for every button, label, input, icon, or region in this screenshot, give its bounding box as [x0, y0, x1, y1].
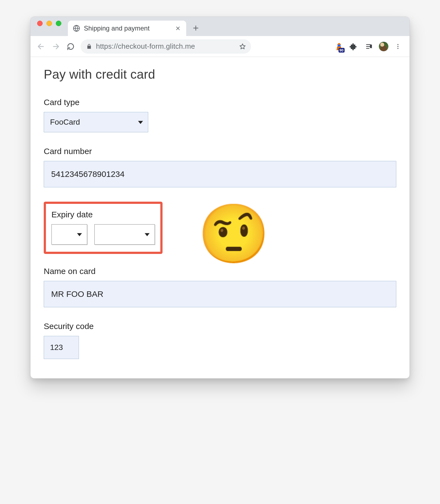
lighthouse-score-badge: 90 — [339, 48, 345, 53]
card-number-label: Card number — [44, 147, 396, 156]
browser-tab[interactable]: Shipping and payment — [68, 21, 186, 36]
name-on-card-field: Name on card MR FOO BAR — [44, 267, 396, 307]
card-type-select[interactable]: FooCard — [44, 112, 148, 132]
forward-button[interactable] — [49, 40, 62, 53]
card-type-value: FooCard — [50, 118, 80, 127]
bookmark-star-icon[interactable] — [239, 43, 246, 50]
window-zoom-button[interactable] — [56, 21, 61, 26]
browser-toolbar: https://checkout-form.glitch.me 90 — [31, 36, 409, 57]
expiry-month-select[interactable] — [51, 224, 87, 245]
card-number-field: Card number 5412345678901234 — [44, 147, 396, 187]
svg-point-4 — [397, 48, 398, 49]
security-code-field: Security code 123 — [44, 322, 396, 359]
lighthouse-extension-icon[interactable]: 90 — [334, 42, 344, 51]
svg-rect-1 — [338, 45, 341, 46]
tab-title: Shipping and payment — [84, 24, 150, 32]
name-on-card-label: Name on card — [44, 267, 396, 276]
window-controls — [37, 17, 61, 36]
raised-eyebrow-emoji: 🤨 — [198, 205, 270, 263]
window-close-button[interactable] — [37, 21, 43, 26]
name-on-card-input[interactable]: MR FOO BAR — [44, 281, 396, 307]
security-code-value: 123 — [50, 343, 63, 352]
back-button[interactable] — [34, 40, 48, 53]
toolbar-extensions: 90 — [334, 40, 405, 53]
url-text: https://checkout-form.glitch.me — [96, 42, 195, 51]
address-bar[interactable]: https://checkout-form.glitch.me — [81, 39, 251, 54]
page-content: Pay with credit card Card type FooCard C… — [31, 57, 409, 378]
name-on-card-value: MR FOO BAR — [51, 289, 103, 299]
expiry-label: Expiry date — [51, 210, 155, 219]
card-type-field: Card type FooCard — [44, 98, 396, 132]
security-code-label: Security code — [44, 322, 396, 331]
svg-point-2 — [397, 44, 398, 45]
tab-close-button[interactable] — [175, 25, 181, 32]
expiry-year-select[interactable] — [94, 224, 155, 245]
reading-list-icon[interactable] — [363, 40, 376, 53]
profile-avatar[interactable] — [379, 42, 389, 51]
extensions-puzzle-icon[interactable] — [347, 40, 360, 53]
lock-icon — [86, 43, 92, 50]
window-minimize-button[interactable] — [46, 21, 52, 26]
page-heading: Pay with credit card — [44, 67, 396, 82]
expiry-highlight-box: Expiry date — [44, 202, 163, 254]
expiry-field: Expiry date 🤨 — [44, 202, 396, 257]
new-tab-button[interactable] — [189, 22, 202, 34]
globe-icon — [73, 25, 80, 32]
tab-strip: Shipping and payment — [31, 17, 409, 36]
security-code-input[interactable]: 123 — [44, 336, 79, 359]
svg-point-3 — [397, 46, 398, 47]
card-type-label: Card type — [44, 98, 396, 107]
reload-button[interactable] — [64, 40, 77, 53]
card-number-input[interactable]: 5412345678901234 — [44, 161, 396, 187]
browser-window: Shipping and payment — [30, 17, 410, 379]
chrome-menu-button[interactable] — [391, 40, 405, 53]
card-number-value: 5412345678901234 — [51, 169, 125, 179]
